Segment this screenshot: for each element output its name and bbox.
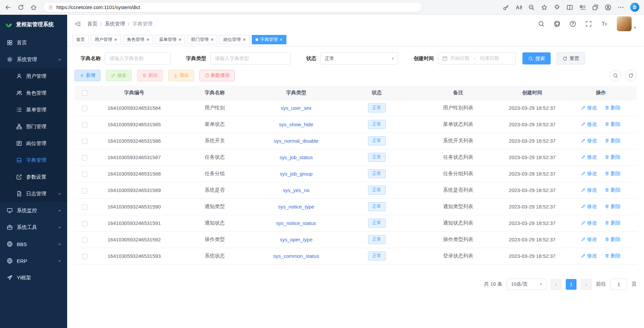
collections-icon[interactable] <box>592 4 599 11</box>
status-select[interactable]: 正常 ▾ <box>320 52 398 64</box>
page-number-button[interactable]: 1 <box>566 279 577 290</box>
dict-type-link[interactable]: sys_job_group <box>280 171 313 177</box>
reset-button[interactable]: 重置 <box>557 52 585 64</box>
search-button[interactable]: 搜索 <box>522 52 551 64</box>
sidebar-item[interactable]: 首页 <box>0 34 67 51</box>
row-delete-link[interactable]: 删除 <box>605 220 621 226</box>
dict-type-link[interactable]: sys_oper_type <box>280 237 313 242</box>
browser-back-icon[interactable] <box>5 4 11 11</box>
prev-page-button[interactable]: ‹ <box>551 279 561 290</box>
row-checkbox[interactable] <box>82 139 87 144</box>
close-icon[interactable]: × <box>114 37 117 42</box>
row-delete-link[interactable]: 删除 <box>605 187 621 193</box>
row-edit-link[interactable]: 修改 <box>581 154 597 160</box>
row-delete-link[interactable]: 删除 <box>605 253 621 259</box>
dict-type-link[interactable]: sys_common_status <box>273 253 319 259</box>
sidebar-item[interactable]: 日志管理 <box>0 185 67 202</box>
sidebar-item[interactable]: 参数设置 <box>0 169 67 185</box>
refresh-cache-button[interactable]: 刷新缓存 <box>199 70 235 81</box>
dict-type-link[interactable]: sys_job_status <box>279 154 313 160</box>
sidebar-item[interactable]: 岗位管理 <box>0 135 67 152</box>
select-all-checkbox[interactable] <box>82 90 87 96</box>
row-checkbox[interactable] <box>82 221 87 226</box>
edit-button[interactable]: 修改 <box>106 70 132 81</box>
search-icon[interactable] <box>538 20 545 27</box>
sidebar-item[interactable]: 系统管理 <box>0 51 67 68</box>
font-size-icon[interactable] <box>601 20 608 27</box>
favorites-bar-icon[interactable] <box>579 4 586 11</box>
browser-menu-icon[interactable] <box>617 4 624 11</box>
row-edit-link[interactable]: 修改 <box>581 253 597 259</box>
row-checkbox[interactable] <box>82 204 87 210</box>
row-delete-link[interactable]: 删除 <box>605 138 621 144</box>
date-range-picker[interactable]: 开始日期 - 结束日期 <box>438 52 516 64</box>
browser-home-icon[interactable] <box>30 4 37 11</box>
row-edit-link[interactable]: 修改 <box>581 121 597 128</box>
password-key-icon[interactable] <box>503 4 509 11</box>
browser-refresh-icon[interactable] <box>17 4 24 11</box>
browser-profile-icon[interactable] <box>605 4 611 11</box>
close-icon[interactable]: × <box>243 37 246 42</box>
row-checkbox[interactable] <box>82 237 87 243</box>
copilot-icon[interactable]: b <box>630 3 639 12</box>
row-checkbox[interactable] <box>82 106 87 111</box>
row-edit-link[interactable]: 修改 <box>581 187 597 193</box>
row-edit-link[interactable]: 修改 <box>581 203 597 210</box>
row-delete-link[interactable]: 删除 <box>605 203 621 210</box>
page-size-select[interactable]: 10条/页 ▾ <box>507 279 546 290</box>
add-button[interactable]: 新增 <box>75 70 100 81</box>
favorites-icon[interactable] <box>541 4 548 11</box>
toggle-search-button[interactable] <box>610 70 621 81</box>
sidebar-item[interactable]: 系统监控 <box>0 202 67 219</box>
sidebar-item[interactable]: ERP <box>0 252 67 269</box>
row-checkbox[interactable] <box>82 254 87 259</box>
row-delete-link[interactable]: 删除 <box>605 154 621 160</box>
row-edit-link[interactable]: 修改 <box>581 171 597 177</box>
dict-type-link[interactable]: sys_show_hide <box>279 122 314 127</box>
sidebar-item[interactable]: 菜单管理 <box>0 101 67 118</box>
row-delete-link[interactable]: 删除 <box>605 236 621 243</box>
extensions-icon[interactable] <box>554 4 560 11</box>
dict-type-link[interactable]: sys_normal_disable <box>274 138 319 144</box>
sidebar-item[interactable]: 用户管理 <box>0 68 67 85</box>
row-edit-link[interactable]: 修改 <box>581 236 597 243</box>
view-tab[interactable]: 首页 <box>73 35 89 44</box>
address-bar[interactable]: https://ccnetcore.com:1101/system/dict <box>43 2 422 12</box>
help-icon[interactable] <box>569 20 576 27</box>
view-tab[interactable]: 角色管理 × <box>123 35 153 44</box>
dict-name-input[interactable] <box>105 52 171 64</box>
view-tab[interactable]: 菜单管理 × <box>155 35 185 44</box>
breadcrumb-item-system[interactable]: 系统管理 <box>105 21 125 27</box>
row-checkbox[interactable] <box>82 188 87 193</box>
sidebar-toggle-icon[interactable] <box>75 20 81 27</box>
refresh-table-button[interactable] <box>625 70 637 81</box>
export-button[interactable]: 导出 <box>168 70 194 81</box>
sidebar-item[interactable]: 角色管理 <box>0 85 67 101</box>
delete-button[interactable]: 删除 <box>137 70 163 81</box>
goto-page-input[interactable] <box>610 279 627 290</box>
close-icon[interactable]: × <box>211 37 214 42</box>
row-edit-link[interactable]: 修改 <box>581 138 597 144</box>
breadcrumb-item-home[interactable]: 首页 <box>87 21 97 27</box>
row-checkbox[interactable] <box>82 155 87 160</box>
view-tab[interactable]: 字典管理 × <box>252 35 286 44</box>
github-icon[interactable] <box>554 20 560 27</box>
sidebar-item[interactable]: Yi框架 <box>0 269 67 286</box>
sidebar-item[interactable]: 字典管理 <box>0 152 67 169</box>
fullscreen-icon[interactable] <box>585 20 592 27</box>
dict-type-input[interactable] <box>210 52 291 64</box>
dict-type-link[interactable]: sys_notice_status <box>276 220 316 226</box>
zoom-icon[interactable] <box>528 4 535 11</box>
row-delete-link[interactable]: 删除 <box>605 171 621 177</box>
next-page-button[interactable]: › <box>581 279 592 290</box>
row-checkbox[interactable] <box>82 172 87 177</box>
sidebar-item[interactable]: 系统工具 <box>0 219 67 236</box>
sidebar-item[interactable]: BBS <box>0 236 67 252</box>
view-tab[interactable]: 部门管理 × <box>187 35 217 44</box>
row-delete-link[interactable]: 删除 <box>605 105 621 111</box>
close-icon[interactable]: × <box>146 37 149 42</box>
user-avatar[interactable] <box>617 16 632 31</box>
close-icon[interactable]: × <box>280 37 283 42</box>
view-tab[interactable]: 岗位管理 × <box>220 35 249 44</box>
row-delete-link[interactable]: 删除 <box>605 121 621 128</box>
